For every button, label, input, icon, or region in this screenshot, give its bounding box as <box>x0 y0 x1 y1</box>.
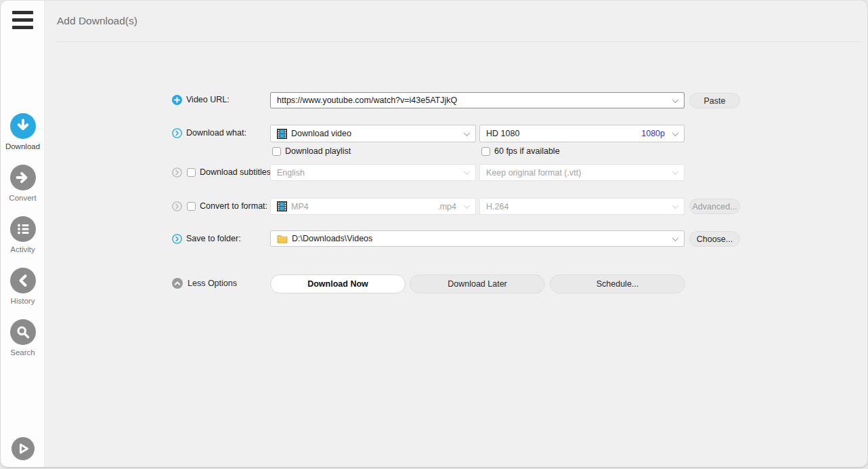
convert-extension: .mp4 <box>437 202 456 211</box>
download-what-value: Download video <box>291 129 351 138</box>
subtitle-language-select[interactable]: English <box>270 164 476 181</box>
download-playlist-checkbox[interactable]: Download playlist <box>272 146 351 156</box>
quality-badge: 1080p <box>641 129 665 138</box>
download-what-select[interactable]: Download video <box>270 125 476 142</box>
convert-to-format-checkbox[interactable]: Convert to format: <box>187 201 267 211</box>
sidebar-item-history[interactable]: History <box>1 268 45 305</box>
chevron-down-icon <box>464 129 471 136</box>
convert-arrow-icon <box>10 165 36 193</box>
filmstrip-icon <box>277 201 287 211</box>
chevron-right-circle-icon <box>172 167 182 178</box>
download-playlist-label: Download playlist <box>285 146 351 156</box>
checkbox-icon <box>481 147 490 156</box>
checkbox-icon <box>187 202 196 211</box>
sidebar-item-label: Search <box>1 348 45 356</box>
convert-format-value: MP4 <box>291 202 309 211</box>
save-folder-input[interactable] <box>270 230 685 247</box>
video-url-text[interactable] <box>277 96 669 105</box>
chevron-right-circle-icon <box>172 234 182 244</box>
sidebar: Download Convert Activity History <box>1 1 45 467</box>
download-what-label: Download what: <box>186 128 246 138</box>
subtitle-language-value: English <box>277 168 305 178</box>
codec-value: H.264 <box>486 202 508 211</box>
quality-value: HD 1080 <box>486 129 519 138</box>
sidebar-item-label: Download <box>1 142 45 150</box>
sidebar-item-label: History <box>1 297 45 305</box>
chevron-right-circle-icon <box>172 201 182 211</box>
sidebar-item-download[interactable]: Download <box>1 113 45 150</box>
history-back-icon <box>10 268 36 296</box>
choose-folder-button[interactable]: Choose... <box>689 231 740 247</box>
chevron-right-circle-icon <box>172 128 182 138</box>
sidebar-item-convert[interactable]: Convert <box>1 165 45 202</box>
save-folder-text[interactable] <box>292 234 669 243</box>
chevron-down-icon <box>672 168 679 175</box>
filmstrip-icon <box>277 129 287 139</box>
hamburger-menu-icon[interactable] <box>12 11 33 29</box>
chevron-down-icon <box>672 234 679 241</box>
codec-select[interactable]: H.264 <box>479 198 685 215</box>
sidebar-item-label: Activity <box>1 245 45 253</box>
video-url-label: Video URL: <box>186 95 230 104</box>
download-subtitles-label: Download subtitles: <box>200 167 273 177</box>
chevron-down-icon <box>672 129 679 136</box>
collapse-up-icon <box>172 278 183 289</box>
schedule-button[interactable]: Schedule... <box>550 274 685 293</box>
app-window: Download Convert Activity History <box>1 1 867 467</box>
save-to-folder-label: Save to folder: <box>186 234 241 243</box>
download-subtitles-checkbox[interactable]: Download subtitles: <box>187 167 273 177</box>
download-now-button[interactable]: Download Now <box>270 274 406 293</box>
video-url-input[interactable] <box>270 92 685 108</box>
main-panel: Add Download(s) Video URL: Paste Downloa… <box>45 1 867 467</box>
sidebar-item-label: Convert <box>1 194 45 202</box>
checkbox-icon <box>187 168 196 177</box>
chevron-down-icon <box>464 168 471 175</box>
chevron-down-icon <box>672 96 679 103</box>
chevron-down-icon <box>464 202 471 209</box>
folder-icon <box>277 234 288 243</box>
activity-list-icon <box>10 216 36 245</box>
sidebar-item-activity[interactable]: Activity <box>1 216 45 253</box>
quality-select[interactable]: HD 1080 1080p <box>479 125 685 142</box>
less-options-toggle[interactable]: Less Options <box>172 278 237 289</box>
subtitle-format-value: Keep original format (.vtt) <box>486 168 581 178</box>
search-icon <box>10 319 36 348</box>
fps-checkbox[interactable]: 60 fps if available <box>481 146 560 156</box>
convert-format-select[interactable]: MP4 .mp4 <box>270 198 476 215</box>
fps-label: 60 fps if available <box>494 146 560 156</box>
sidebar-item-search[interactable]: Search <box>1 319 45 356</box>
add-url-plus-icon <box>172 95 182 108</box>
header-divider <box>57 41 861 42</box>
play-icon <box>12 451 35 462</box>
page-title: Add Download(s) <box>57 15 137 27</box>
play-button[interactable] <box>12 437 35 463</box>
subtitle-format-select[interactable]: Keep original format (.vtt) <box>479 164 685 181</box>
download-icon <box>10 113 36 142</box>
chevron-down-icon <box>672 202 679 209</box>
download-later-button[interactable]: Download Later <box>410 274 545 293</box>
paste-button[interactable]: Paste <box>689 93 740 108</box>
checkbox-icon <box>272 147 281 156</box>
less-options-label: Less Options <box>188 279 237 288</box>
convert-to-format-label: Convert to format: <box>200 201 267 211</box>
advanced-button[interactable]: Advanced... <box>689 199 740 214</box>
